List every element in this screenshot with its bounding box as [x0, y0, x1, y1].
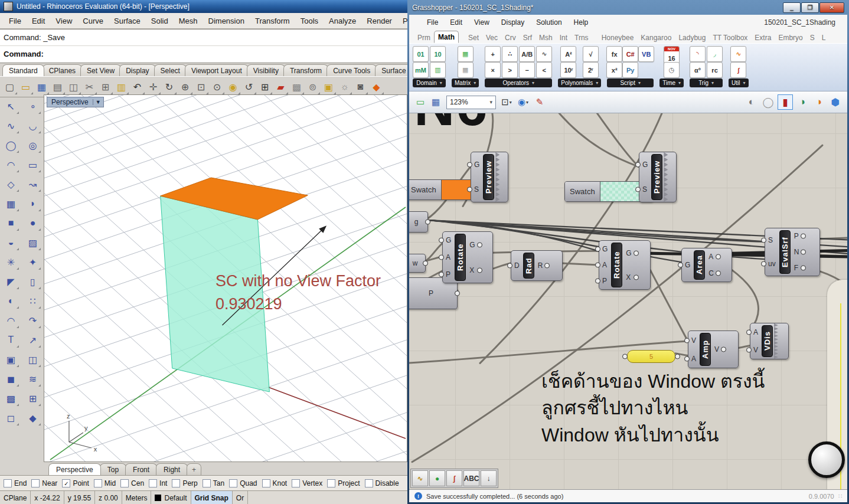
leader-tool[interactable]: ↗ [25, 333, 40, 347]
category-tab[interactable]: S [806, 32, 818, 43]
sphere-tool[interactable]: ● [25, 216, 40, 230]
grasshopper-canvas[interactable]: N6 [409, 113, 847, 489]
gh-menu-item[interactable]: Solution [530, 17, 567, 28]
fillet-tool[interactable]: ◠ [4, 313, 18, 328]
component-icon[interactable]: 10 [430, 46, 446, 62]
checkbox-icon[interactable] [62, 479, 70, 487]
select-tool[interactable]: ↖ [4, 99, 18, 113]
properties-icon[interactable]: ◫ [66, 79, 81, 95]
rhino-menu-item[interactable]: Solid [146, 15, 174, 27]
zoom-selected-icon[interactable]: ⊙ [209, 79, 225, 95]
checkbox-icon[interactable] [172, 479, 180, 487]
chevron-down-icon[interactable]: ▼ [93, 99, 101, 105]
input-port[interactable]: V [690, 337, 698, 344]
checkbox-icon[interactable] [4, 479, 12, 487]
category-tab[interactable]: Crv [501, 32, 520, 43]
wireframe-preview-icon[interactable]: ◐ [744, 95, 759, 109]
component-icon[interactable]: rc [707, 62, 723, 78]
viewport-tab[interactable]: Right [156, 463, 188, 475]
checkbox-icon[interactable] [149, 479, 157, 487]
viewport-title-dropdown[interactable]: Perspective▼ [47, 97, 104, 107]
checkbox-icon[interactable] [327, 479, 335, 487]
toolbar-tab[interactable]: Select [154, 64, 187, 76]
shaded-preview-icon[interactable]: ▮ [778, 94, 793, 110]
rhino-menu-item[interactable]: Analyze [324, 15, 361, 27]
minimize-button[interactable]: _ [783, 2, 801, 13]
group-label[interactable]: Trig [690, 78, 723, 87]
status-cell[interactable]: Grid Snap [191, 491, 233, 504]
area-component[interactable]: G Area A C [681, 248, 732, 282]
split-tool[interactable]: ▯ [25, 274, 40, 289]
output-port[interactable]: R [536, 262, 545, 269]
input-port[interactable]: G [600, 246, 609, 253]
document-preview-icon[interactable]: ◑ [812, 95, 826, 109]
input-port[interactable]: P [444, 271, 453, 278]
component-icon[interactable]: C# [622, 46, 638, 62]
component-icon[interactable]: Py [622, 62, 638, 78]
gh-menu-item[interactable]: Help [568, 17, 595, 28]
zoom-extents-icon[interactable]: ⊡ [500, 96, 513, 109]
output-port[interactable]: C [707, 270, 716, 277]
align-tool[interactable]: ◫ [25, 352, 40, 366]
input-port[interactable]: V [752, 346, 760, 354]
save-icon[interactable]: ▦ [34, 79, 50, 95]
amplitude-component[interactable]: V A Amp V [688, 330, 739, 368]
input-port[interactable]: S [472, 186, 481, 193]
group-label[interactable]: Time [659, 78, 684, 87]
evaluate-surface-component[interactable]: S uv EvalSrf P N F [765, 228, 820, 276]
input-port[interactable]: S [766, 237, 778, 244]
status-cell[interactable]: Meters [122, 491, 152, 504]
rotate-view-icon[interactable]: ↻ [161, 79, 177, 95]
surface-revolve-tool[interactable]: ◗ [25, 197, 40, 211]
toolbar-tab[interactable]: Viewport Layout [185, 64, 249, 76]
group-label[interactable]: Polynomials [558, 78, 601, 87]
component-icon[interactable]: ◷ [664, 62, 680, 78]
osnap-toggle[interactable]: Knot [262, 479, 290, 487]
viewport-tab[interactable]: Perspective [48, 463, 101, 475]
explode-tool[interactable]: ✦ [25, 255, 40, 269]
osnap-toggle[interactable]: Point [62, 479, 92, 487]
circle-tool[interactable]: ◯ [4, 138, 18, 152]
category-tab[interactable]: Embryo [775, 32, 806, 43]
undo-icon[interactable]: ↶ [129, 79, 145, 95]
rhino-command-area[interactable]: Command: _Save Command: [0, 29, 407, 63]
component-icon[interactable]: 01 [413, 46, 429, 62]
rhino-menu-item[interactable]: Transform [250, 15, 295, 27]
toolbar-tab[interactable]: Standard [2, 64, 44, 76]
viewport-tab[interactable]: Top [100, 463, 126, 475]
grasshopper-titlebar[interactable]: Grasshopper - 150201_SC_1Shading* _ ❐ ✕ [407, 0, 849, 15]
mesh-quality-icon[interactable]: ⬢ [828, 95, 843, 109]
blend-tool[interactable]: ↷ [25, 313, 40, 328]
preview-component[interactable]: G S Preview [639, 152, 677, 202]
swatch-component-orange[interactable]: Swatch [409, 179, 476, 200]
category-tab[interactable]: Honeybee [598, 32, 638, 43]
gh-menu-item[interactable]: File [421, 17, 444, 28]
output-port[interactable]: F [792, 264, 801, 271]
component-icon[interactable]: 2ʳ [583, 62, 599, 78]
component-icon[interactable]: ▥ [430, 62, 446, 78]
category-tab[interactable]: Trns [571, 32, 592, 43]
zoom-icon[interactable]: ⊕ [177, 79, 193, 95]
window-stub[interactable]: w [409, 254, 426, 273]
lock-icon[interactable]: ◙ [352, 79, 368, 95]
osnap-toggle[interactable]: Cen [120, 479, 147, 487]
component-icon[interactable]: A/B [519, 46, 535, 62]
check-tool[interactable]: ◻ [4, 411, 18, 425]
gh-menu-item[interactable]: Display [495, 17, 530, 28]
array-tool[interactable]: ▩ [4, 391, 18, 405]
category-tab[interactable]: TT Toolbox [709, 32, 751, 43]
status-cell[interactable]: x -24.22 [31, 491, 64, 504]
component-icon[interactable]: ʃ [730, 62, 746, 78]
output-port[interactable]: N [792, 248, 801, 256]
rhino-menu-item[interactable]: File [4, 15, 27, 27]
sketch-icon[interactable]: ∿ [412, 470, 428, 486]
component-icon[interactable]: + [485, 46, 501, 62]
canvas-compass-widget[interactable] [808, 441, 845, 478]
download-widget-icon[interactable]: ↓ [481, 470, 497, 486]
category-tab[interactable]: Prm [414, 32, 434, 43]
interpolate-curve-tool[interactable]: ◡ [25, 119, 40, 133]
curve-blend-tool[interactable]: ↝ [25, 177, 40, 191]
input-port[interactable]: G [444, 237, 453, 244]
surface-points-tool[interactable]: ▦ [4, 197, 18, 211]
osnap-toggle[interactable]: Vertex [292, 479, 325, 487]
